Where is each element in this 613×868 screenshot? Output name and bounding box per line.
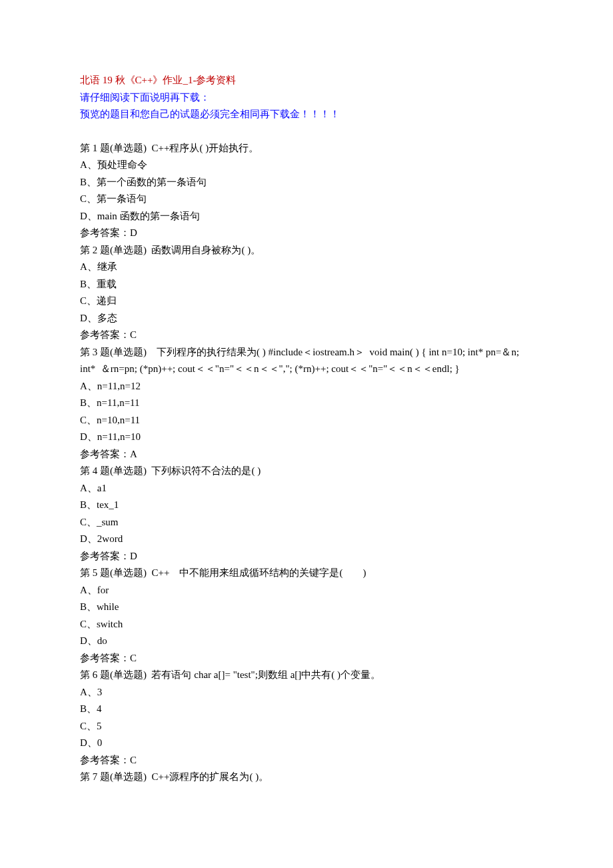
question-option: A、for xyxy=(80,582,533,599)
question-stem: 第 1 题(单选题) C++程序从( )开始执行。 xyxy=(80,140,533,157)
question-answer: 参考答案：C xyxy=(80,650,533,667)
question-option: C、5 xyxy=(80,718,533,735)
question-option: B、4 xyxy=(80,701,533,718)
question-answer: 参考答案：C xyxy=(80,327,533,344)
question-option: D、多态 xyxy=(80,310,533,327)
question-option: A、继承 xyxy=(80,259,533,276)
question-answer: 参考答案：D xyxy=(80,548,533,565)
spacer xyxy=(80,123,533,140)
question-option: B、第一个函数的第一条语句 xyxy=(80,174,533,191)
question-option: A、3 xyxy=(80,684,533,701)
question-option: C、第一条语句 xyxy=(80,191,533,208)
question-option: D、2word xyxy=(80,531,533,548)
question-option: C、递归 xyxy=(80,293,533,310)
question-option: B、tex_1 xyxy=(80,497,533,514)
question-option: A、n=11,n=12 xyxy=(80,378,533,395)
question-option: C、n=10,n=11 xyxy=(80,412,533,429)
question-option: B、重载 xyxy=(80,276,533,293)
question-option: C、switch xyxy=(80,616,533,633)
question-answer: 参考答案：A xyxy=(80,446,533,463)
question-option: A、a1 xyxy=(80,480,533,497)
doc-title: 北语 19 秋《C++》作业_1-参考资料 xyxy=(80,72,533,89)
question-option: D、do xyxy=(80,633,533,650)
question-stem: 第 2 题(单选题) 函数调用自身被称为( )。 xyxy=(80,242,533,259)
question-stem: 第 6 题(单选题) 若有语句 char a[]= "test";则数组 a[]… xyxy=(80,667,533,684)
question-stem: 第 7 题(单选题) C++源程序的扩展名为( )。 xyxy=(80,769,533,786)
question-option: B、n=11,n=11 xyxy=(80,395,533,412)
question-stem: 第 5 题(单选题) C++ 中不能用来组成循环结构的关键字是( ) xyxy=(80,565,533,582)
question-option: D、n=11,n=10 xyxy=(80,429,533,446)
question-option: A、预处理命令 xyxy=(80,157,533,174)
questions-container: 第 1 题(单选题) C++程序从( )开始执行。A、预处理命令B、第一个函数的… xyxy=(80,140,533,786)
question-answer: 参考答案：D xyxy=(80,225,533,242)
question-option: B、while xyxy=(80,599,533,616)
question-option: C、_sum xyxy=(80,514,533,531)
question-answer: 参考答案：C xyxy=(80,752,533,769)
question-option: D、main 函数的第一条语句 xyxy=(80,208,533,225)
doc-note-2: 预览的题目和您自己的试题必须完全相同再下载金！！！！ xyxy=(80,106,533,123)
doc-note-1: 请仔细阅读下面说明再下载： xyxy=(80,89,533,107)
question-option: D、0 xyxy=(80,735,533,752)
question-stem: 第 4 题(单选题) 下列标识符不合法的是( ) xyxy=(80,463,533,480)
question-stem: 第 3 题(单选题) 下列程序的执行结果为( ) #include＜iostre… xyxy=(80,344,533,378)
